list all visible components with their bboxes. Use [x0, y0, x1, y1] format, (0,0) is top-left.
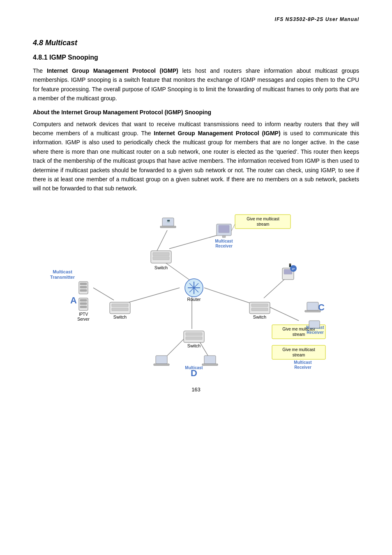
svg-rect-37 [160, 226, 176, 228]
svg-text:Multicast: Multicast [53, 269, 72, 274]
svg-line-7 [264, 278, 286, 298]
svg-text:Switch: Switch [113, 314, 127, 319]
svg-text:Receiver: Receiver [294, 365, 311, 370]
svg-rect-19 [112, 308, 128, 311]
svg-text:Multicast: Multicast [215, 239, 233, 243]
svg-rect-27 [186, 337, 202, 340]
svg-text:Transmitter: Transmitter [50, 275, 75, 280]
bold-igmp-2: Internet Group Management Protocol (IGMP… [154, 130, 280, 136]
svg-rect-80 [154, 364, 169, 365]
page-number: 163 [33, 386, 359, 393]
svg-rect-15 [153, 257, 169, 260]
section-title: 4.8 Multicast [33, 39, 359, 47]
paragraph-2: Computers and network devices that want … [33, 120, 359, 193]
svg-line-1 [122, 288, 180, 304]
svg-text:Router: Router [187, 297, 201, 302]
subsection-title: 4.8.1 IGMP Snooping [33, 54, 359, 61]
paragraph-1: The Internet Group Management Protocol (… [33, 66, 359, 103]
svg-line-5 [169, 234, 221, 249]
svg-rect-40 [219, 225, 229, 233]
svg-text:IPTV: IPTV [79, 312, 88, 317]
header-text: IFS NS3502-8P-2S User Manual [275, 16, 359, 22]
svg-line-6 [93, 288, 114, 300]
svg-rect-79 [156, 356, 167, 364]
svg-line-47 [231, 224, 235, 231]
svg-text:Give me multicast: Give me multicast [247, 217, 279, 221]
diagram: Multicast Transmitter Switch Switch Swit… [33, 201, 359, 378]
svg-rect-54 [80, 299, 87, 301]
svg-text:Switch: Switch [187, 343, 201, 348]
svg-rect-81 [204, 356, 216, 364]
svg-text:Switch: Switch [253, 314, 266, 319]
subheading: About the Internet Group Management Prot… [33, 109, 359, 116]
svg-text:Multicast: Multicast [185, 365, 203, 370]
svg-text:Give me multicast: Give me multicast [282, 347, 315, 352]
svg-line-2 [204, 288, 254, 304]
page: IFS NS3502-8P-2S User Manual 4.8 Multica… [0, 0, 392, 555]
svg-rect-26 [186, 333, 202, 335]
svg-text:Receiver: Receiver [215, 244, 233, 248]
svg-line-0 [163, 261, 192, 282]
svg-rect-52 [80, 289, 87, 291]
bold-igmp-1: Internet Group Management Protocol (IGMP… [47, 67, 178, 74]
svg-line-8 [268, 306, 299, 321]
svg-rect-82 [202, 364, 218, 365]
svg-text:💻: 💻 [166, 219, 171, 223]
diagram-svg: Multicast Transmitter Switch Switch Swit… [40, 201, 352, 378]
svg-rect-23 [251, 308, 268, 311]
svg-rect-51 [80, 286, 87, 288]
svg-text:A: A [70, 295, 77, 305]
svg-text:stream: stream [293, 332, 305, 337]
svg-line-4 [157, 230, 167, 251]
svg-rect-18 [112, 304, 128, 307]
svg-text:Switch: Switch [154, 265, 168, 270]
svg-rect-55 [80, 303, 87, 305]
svg-text:Server: Server [77, 317, 90, 321]
svg-rect-22 [251, 304, 268, 307]
svg-text:Receiver: Receiver [307, 330, 324, 335]
svg-rect-72 [309, 321, 320, 328]
svg-rect-50 [80, 283, 87, 285]
svg-text:IP: IP [292, 267, 295, 271]
svg-rect-65 [307, 302, 318, 310]
page-header: IFS NS3502-8P-2S User Manual [33, 16, 359, 22]
svg-rect-41 [222, 236, 226, 238]
svg-rect-14 [153, 252, 169, 256]
svg-text:stream: stream [293, 353, 305, 357]
svg-text:Multicast: Multicast [294, 360, 312, 365]
svg-text:stream: stream [257, 222, 270, 227]
svg-rect-56 [80, 306, 87, 308]
svg-rect-66 [305, 310, 321, 312]
